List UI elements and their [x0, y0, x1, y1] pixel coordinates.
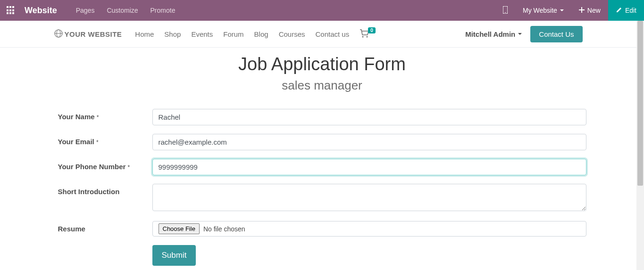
apps-icon[interactable] [7, 6, 15, 15]
submit-button[interactable]: Submit [152, 245, 196, 266]
nav-blog[interactable]: Blog [254, 30, 268, 38]
intro-textarea[interactable] [152, 184, 586, 211]
chevron-down-icon [560, 9, 564, 11]
globe-icon [54, 29, 63, 39]
email-input[interactable] [152, 134, 586, 150]
scrollbar-thumb[interactable] [637, 21, 643, 186]
page-subtitle: sales manager [58, 78, 586, 93]
svg-point-8 [367, 36, 368, 37]
new-button[interactable]: New [571, 0, 608, 21]
top-menu-customize[interactable]: Customize [107, 7, 138, 14]
user-dropdown[interactable]: Mitchell Admin [465, 30, 522, 38]
choose-file-button[interactable]: Choose File [159, 223, 200, 234]
new-label: New [587, 7, 601, 14]
my-website-dropdown[interactable]: My Website [515, 0, 571, 21]
name-input[interactable] [152, 109, 586, 125]
main-content: Job Application Form sales manager Your … [58, 48, 586, 266]
edit-label: Edit [625, 7, 636, 14]
svg-rect-3 [579, 9, 585, 10]
resume-label: Resume [58, 221, 152, 237]
site-header: YOUR WEBSITE Home Shop Events Forum Blog… [0, 21, 636, 48]
my-website-label: My Website [523, 7, 557, 14]
nav-events[interactable]: Events [191, 30, 213, 38]
top-menu-promote[interactable]: Promote [151, 7, 176, 14]
nav-contact[interactable]: Contact us [316, 30, 350, 38]
app-brand[interactable]: Website [25, 6, 57, 16]
site-nav: Home Shop Events Forum Blog Courses Cont… [135, 30, 349, 38]
svg-point-7 [362, 36, 364, 37]
cart-count-badge: 0 [368, 27, 376, 33]
user-name: Mitchell Admin [465, 30, 515, 38]
plus-icon [579, 7, 585, 14]
site-logo[interactable]: YOUR WEBSITE [54, 29, 122, 39]
admin-topbar: Website Pages Customize Promote My Websi… [0, 0, 644, 21]
email-label: Your Email * [58, 134, 152, 150]
topbar-right: My Website New Edit [495, 0, 644, 21]
mobile-preview-button[interactable] [495, 0, 515, 21]
name-label: Your Name * [58, 109, 152, 125]
nav-forum[interactable]: Forum [223, 30, 243, 38]
chevron-down-icon [518, 33, 522, 35]
resume-file-field[interactable]: Choose File No file chosen [152, 221, 586, 237]
mobile-icon [503, 6, 508, 15]
top-menu: Pages Customize Promote [76, 7, 176, 14]
svg-rect-1 [505, 12, 506, 13]
nav-courses[interactable]: Courses [279, 30, 305, 38]
contact-us-button[interactable]: Contact Us [530, 26, 582, 42]
top-menu-pages[interactable]: Pages [76, 7, 95, 14]
intro-label: Short Introduction [58, 184, 152, 213]
phone-input[interactable] [152, 159, 586, 175]
edit-button[interactable]: Edit [608, 0, 644, 21]
cart-button[interactable]: 0 [360, 29, 376, 39]
phone-label: Your Phone Number * [58, 159, 152, 175]
page-title: Job Application Form [58, 54, 586, 74]
cart-icon [360, 29, 369, 39]
logo-text: YOUR WEBSITE [65, 30, 122, 38]
nav-shop[interactable]: Shop [164, 30, 181, 38]
nav-home[interactable]: Home [135, 30, 154, 38]
file-status-text: No file chosen [203, 225, 245, 233]
scrollbar-track[interactable] [636, 21, 644, 266]
pencil-icon [616, 7, 622, 15]
